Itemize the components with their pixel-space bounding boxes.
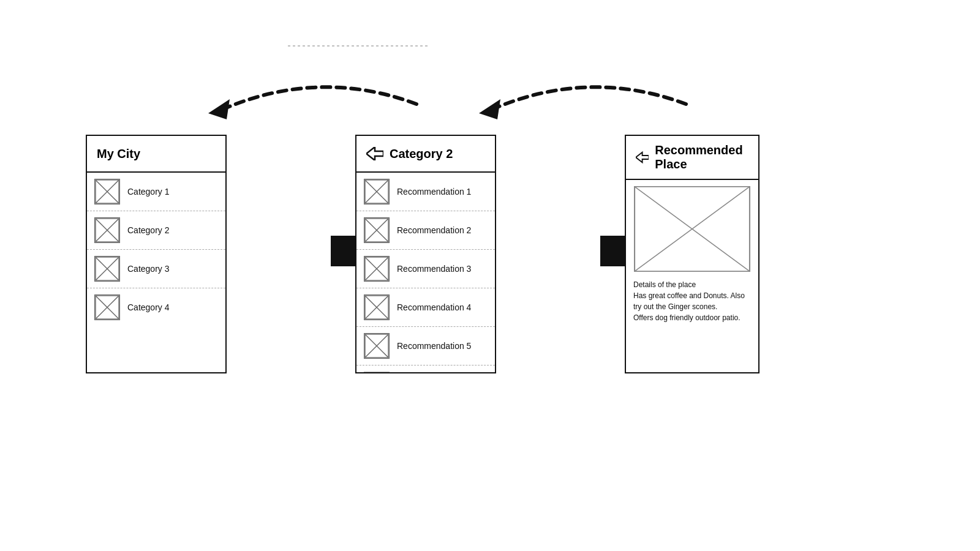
list-item[interactable]: Recommendation 4	[356, 288, 495, 327]
category-icon	[94, 217, 120, 243]
list-item[interactable]: Category 4	[87, 288, 225, 326]
category-label: Category 2	[127, 225, 169, 235]
place-panel: Recommended Place Details of the place H…	[625, 135, 760, 373]
list-item[interactable]: Recommendation 6	[356, 365, 495, 372]
city-panel-header: My City	[87, 136, 225, 173]
category-panel: Category 2 Recommendation 1	[355, 135, 496, 373]
recommendation-label: Recommendation 5	[397, 341, 471, 351]
city-panel-body: Category 1 Category 2	[87, 173, 225, 326]
category-icon	[94, 294, 120, 320]
recommendation-icon	[364, 179, 390, 204]
category-panel-body: Recommendation 1 Recommendation 2	[356, 173, 495, 372]
svg-marker-17	[366, 147, 383, 160]
list-item[interactable]: Recommendation 2	[356, 211, 495, 250]
recommendation-icon	[364, 333, 390, 359]
category-icon	[94, 256, 120, 282]
city-panel-title: My City	[97, 147, 140, 161]
category-label: Category 4	[127, 302, 169, 312]
city-panel: My City Category 1	[86, 135, 227, 373]
svg-marker-2	[479, 99, 500, 119]
place-details-text: Details of the place Has great coffee an…	[626, 277, 758, 328]
place-panel-header: Recommended Place	[626, 136, 758, 180]
back-arrow-icon[interactable]	[366, 147, 383, 160]
list-item[interactable]: Recommendation 1	[356, 173, 495, 211]
svg-marker-1	[208, 99, 230, 119]
category-label: Category 1	[127, 187, 169, 197]
recommendation-label: Recommendation 2	[397, 225, 471, 235]
place-panel-title: Recommended Place	[655, 143, 748, 171]
back-arrow-icon[interactable]	[636, 151, 649, 164]
category-icon	[94, 179, 120, 204]
recommendation-label: Recommendation 3	[397, 264, 471, 274]
category-label: Category 3	[127, 264, 169, 274]
recommendation-icon	[364, 217, 390, 243]
list-item[interactable]: Category 1	[87, 173, 225, 211]
category-panel-title: Category 2	[390, 147, 453, 161]
list-item[interactable]: Category 3	[87, 250, 225, 288]
recommendation-label: Recommendation 1	[397, 187, 471, 197]
svg-marker-36	[636, 152, 649, 163]
recommendation-icon	[364, 372, 390, 372]
recommendation-icon	[364, 294, 390, 320]
list-item[interactable]: Recommendation 5	[356, 327, 495, 365]
category-panel-header: Category 2	[356, 136, 495, 173]
recommendation-label: Recommendation 4	[397, 302, 471, 312]
list-item[interactable]: Category 2	[87, 211, 225, 250]
recommendation-icon	[364, 256, 390, 282]
list-item[interactable]: Recommendation 3	[356, 250, 495, 288]
place-panel-body: Details of the place Has great coffee an…	[626, 180, 758, 328]
place-image	[634, 186, 750, 272]
